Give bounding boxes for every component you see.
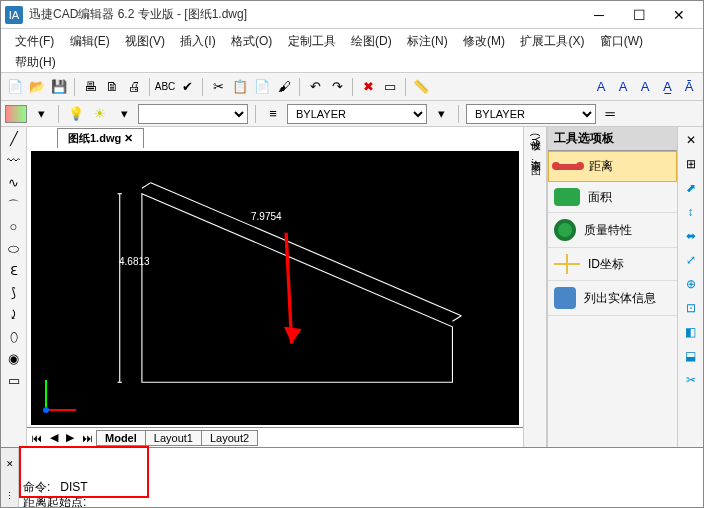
sun-icon[interactable]: ☀ <box>90 104 110 124</box>
open-icon[interactable]: 📂 <box>27 77 47 97</box>
file-tab[interactable]: 图纸1.dwg ✕ <box>57 128 144 148</box>
text-a1-icon[interactable]: A <box>591 77 611 97</box>
rect-icon[interactable]: ▭ <box>5 373 23 391</box>
layer-dd-icon[interactable]: ▾ <box>114 104 134 124</box>
lt-dd-icon[interactable]: ▾ <box>431 104 451 124</box>
tab-next-icon[interactable]: ▶ <box>62 431 78 444</box>
mod9-icon[interactable]: ✂ <box>682 373 700 391</box>
cut-icon[interactable]: ✂ <box>208 77 228 97</box>
new-icon[interactable]: 📄 <box>5 77 25 97</box>
arc-icon[interactable]: ⌒ <box>5 197 23 215</box>
pal-menu-icon[interactable]: ⊞ <box>682 157 700 175</box>
spline-icon[interactable]: ∿ <box>5 175 23 193</box>
save-icon[interactable]: 💾 <box>49 77 69 97</box>
drawing-svg <box>31 151 519 425</box>
undo-icon[interactable]: ↶ <box>305 77 325 97</box>
pal-id[interactable]: ID坐标 <box>548 248 677 281</box>
menu-ext[interactable]: 扩展工具(X) <box>514 31 590 52</box>
titlebar: IA 迅捷CAD编辑器 6.2 专业版 - [图纸1.dwg] ─ ☐ ✕ <box>1 1 703 29</box>
maximize-button[interactable]: ☐ <box>619 2 659 28</box>
layout-tabs: ⏮ ◀ ▶ ⏭ Model Layout1 Layout2 <box>27 427 523 447</box>
menu-help[interactable]: 帮助(H) <box>9 52 62 73</box>
cmd-grip[interactable]: ✕⋮ <box>1 448 19 508</box>
delete-icon[interactable]: ✖ <box>358 77 378 97</box>
linetype-icon[interactable]: ≡ <box>263 104 283 124</box>
mod7-icon[interactable]: ◧ <box>682 325 700 343</box>
pal-area[interactable]: 面积 <box>548 182 677 213</box>
mod5-icon[interactable]: ⊕ <box>682 277 700 295</box>
mod1-icon[interactable]: ⬈ <box>682 181 700 199</box>
preview-icon[interactable]: 🗎 <box>102 77 122 97</box>
tab-model[interactable]: Model <box>96 430 146 446</box>
circle-icon[interactable]: ○ <box>5 219 23 237</box>
measure-icon[interactable]: 📏 <box>411 77 431 97</box>
layer-combo[interactable] <box>138 104 248 124</box>
mod2-icon[interactable]: ↕ <box>682 205 700 223</box>
menu-dim[interactable]: 标注(N) <box>401 31 454 52</box>
select-icon[interactable]: ▭ <box>380 77 400 97</box>
menu-modify[interactable]: 修改(M) <box>457 31 511 52</box>
mod8-icon[interactable]: ⬓ <box>682 349 700 367</box>
pal-mass[interactable]: 质量特性 <box>548 213 677 248</box>
menu-insert[interactable]: 插入(I) <box>174 31 221 52</box>
find-icon[interactable]: ABC <box>155 77 175 97</box>
area-icon <box>554 188 580 206</box>
ellipse2-icon[interactable]: ⬯ <box>5 329 23 347</box>
lineweight-combo[interactable]: BYLAYER <box>466 104 596 124</box>
dropdown-icon[interactable]: ▾ <box>31 104 51 124</box>
tab-first-icon[interactable]: ⏮ <box>27 432 46 444</box>
bulb-icon[interactable]: 💡 <box>66 104 86 124</box>
spell-icon[interactable]: ✔ <box>177 77 197 97</box>
canvas[interactable]: 7.9754 4.6813 <box>31 151 519 425</box>
text-a3-icon[interactable]: A <box>635 77 655 97</box>
menu-draw[interactable]: 绘图(D) <box>345 31 398 52</box>
donut-icon[interactable]: ◉ <box>5 351 23 369</box>
menu-edit[interactable]: 编辑(E) <box>64 31 116 52</box>
linetype-combo[interactable]: BYLAYER <box>287 104 427 124</box>
text-a5-icon[interactable]: Ā <box>679 77 699 97</box>
pal-list[interactable]: 列出实体信息 <box>548 281 677 316</box>
menu-custom[interactable]: 定制工具 <box>282 31 342 52</box>
arc3-icon[interactable]: ⤸ <box>5 307 23 325</box>
mod4-icon[interactable]: ⤢ <box>682 253 700 271</box>
redo-icon[interactable]: ↷ <box>327 77 347 97</box>
tab-last-icon[interactable]: ⏭ <box>78 432 97 444</box>
command-window: ✕⋮ 命令: DIST 距离起始点: 终点: 距离等于 = 7.9754 XY面… <box>1 447 703 508</box>
close-button[interactable]: ✕ <box>659 2 699 28</box>
menu-view[interactable]: 视图(V) <box>119 31 171 52</box>
pline-icon[interactable]: 〰 <box>5 153 23 171</box>
drawing-area: 图纸1.dwg ✕ 7.9754 4.6813 <box>27 127 523 447</box>
text-a2-icon[interactable]: A <box>613 77 633 97</box>
mod6-icon[interactable]: ⊡ <box>682 301 700 319</box>
tab-prev-icon[interactable]: ◀ <box>46 431 62 444</box>
arc2-icon[interactable]: ⟆ <box>5 285 23 303</box>
freeline-icon[interactable]: Ɛ <box>5 263 23 281</box>
plot-icon[interactable]: 🖨 <box>124 77 144 97</box>
line-icon[interactable]: ╱ <box>5 131 23 149</box>
tool-palette: 工具选项板 距离 面积 质量特性 ID坐标 列出实体信息 <box>547 127 677 447</box>
paste-icon[interactable]: 📄 <box>252 77 272 97</box>
print-icon[interactable]: 🖶 <box>80 77 100 97</box>
dim-width: 7.9754 <box>251 211 282 222</box>
copy-icon[interactable]: 📋 <box>230 77 250 97</box>
command-text[interactable]: 命令: DIST 距离起始点: 终点: 距离等于 = 7.9754 XY面上角 … <box>19 448 703 508</box>
vtab-layer[interactable]: 图... <box>528 158 542 166</box>
menu-file[interactable]: 文件(F) <box>9 31 60 52</box>
lw-icon[interactable]: ═ <box>600 104 620 124</box>
ellipse-icon[interactable]: ⬭ <box>5 241 23 259</box>
pal-distance[interactable]: 距离 <box>548 151 677 182</box>
pal-close-icon[interactable]: ✕ <box>682 133 700 151</box>
menu-format[interactable]: 格式(O) <box>225 31 278 52</box>
text-a4-icon[interactable]: A̲ <box>657 77 677 97</box>
match-icon[interactable]: 🖌 <box>274 77 294 97</box>
svg-line-4 <box>151 183 462 316</box>
tab-layout2[interactable]: Layout2 <box>201 430 258 446</box>
vtab-modify[interactable]: 修改(Y) <box>528 133 542 146</box>
tab-layout1[interactable]: Layout1 <box>145 430 202 446</box>
minimize-button[interactable]: ─ <box>579 2 619 28</box>
menu-window[interactable]: 窗口(W) <box>594 31 649 52</box>
layer-color-swatch[interactable] <box>5 105 27 123</box>
window-title: 迅捷CAD编辑器 6.2 专业版 - [图纸1.dwg] <box>29 6 579 23</box>
mass-icon <box>554 219 576 241</box>
mod3-icon[interactable]: ⬌ <box>682 229 700 247</box>
